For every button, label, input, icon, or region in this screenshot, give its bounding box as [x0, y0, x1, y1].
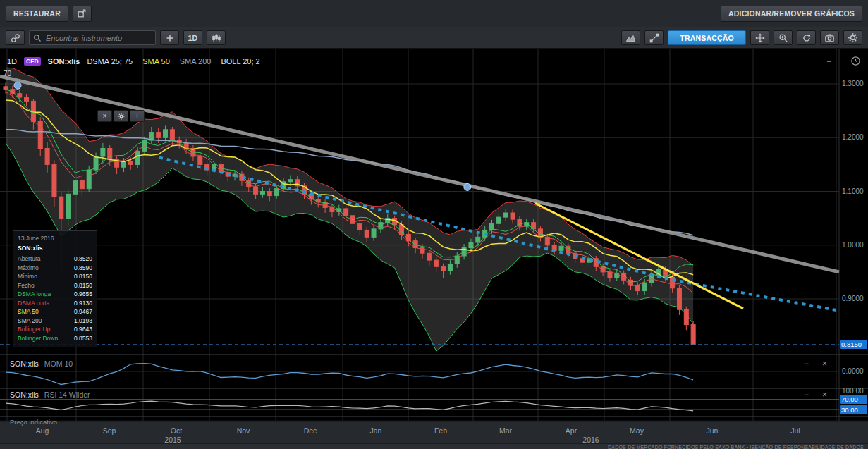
add-remove-charts-button[interactable]: ADICIONAR/REMOVER GRÁFICOS	[721, 6, 862, 22]
indicative-price-label: Preço indicativo	[10, 418, 57, 426]
main-pane-collapse-button[interactable]: −	[826, 57, 831, 66]
month-label: Jul	[783, 426, 808, 435]
month-label: Oct	[164, 426, 189, 435]
tooltip-row-value: 0.8150	[74, 272, 92, 281]
interval-button[interactable]: 1D	[183, 30, 202, 45]
crosshair-button[interactable]	[750, 30, 769, 45]
rsi-axis-30-badge: 30.00	[840, 405, 867, 414]
mom-axis-value: 0.0000	[842, 367, 867, 375]
reset-zoom-button[interactable]	[797, 30, 816, 45]
tooltip-row-value: 0.9655	[74, 290, 92, 299]
legend-series-item[interactable]: BOLL 20; 2	[221, 57, 259, 66]
rsi-close-button[interactable]: ×	[822, 390, 827, 399]
legend-series-item[interactable]: SMA 200	[180, 57, 212, 66]
plus-icon	[166, 34, 174, 42]
add-instrument-button[interactable]	[160, 30, 179, 45]
tooltip-row-value: 0.9643	[74, 325, 92, 334]
rsi-axis-100: 100.00	[842, 387, 867, 395]
tooltip-row-label: Bollinger Down	[18, 334, 58, 343]
legend-series-item[interactable]: SMA 50	[142, 57, 170, 66]
tooltip-row: DSMA curta0.9130	[18, 299, 92, 308]
price-tick: 1.3000	[842, 80, 867, 87]
camera-icon	[824, 33, 835, 43]
axis-corner-label: 70	[4, 70, 11, 78]
trendline-tool-button[interactable]	[644, 30, 664, 45]
link-button[interactable]	[6, 30, 25, 45]
status-bar: DADOS DE MERCADO FORNECIDOS PELO SAXO BA…	[0, 443, 868, 449]
area-chart-tool-button[interactable]	[621, 30, 640, 45]
data-provider-disclaimer[interactable]: DADOS DE MERCADO FORNECIDOS PELO SAXO BA…	[608, 445, 864, 449]
session-clock-icon[interactable]	[850, 56, 861, 69]
zoom-button[interactable]	[774, 30, 793, 45]
tooltip-row-value: 0.8150	[74, 281, 92, 290]
month-label: Apr	[558, 426, 584, 435]
gear-icon	[848, 32, 858, 43]
price-tick: 1.0000	[842, 241, 867, 249]
price-chart[interactable]	[0, 49, 868, 443]
link-icon	[11, 33, 20, 43]
month-label: Mar	[493, 426, 518, 435]
tooltip-row-value: 0.8590	[74, 264, 92, 273]
chart-style-button[interactable]	[207, 30, 226, 45]
tooltip-row-label: DSMA longa	[18, 290, 51, 299]
tooltip-row: DSMA longa0.9655	[18, 290, 92, 299]
chart-toolbar: 1D TRANSACÇÃO	[0, 27, 868, 49]
month-label: Feb	[428, 426, 453, 435]
tooltip-row-value: 0.9130	[74, 299, 92, 308]
tooltip-row-value: 1.0193	[74, 316, 92, 326]
cfd-badge: CFD	[24, 57, 40, 66]
tooltip-row: Mínimo0.8150	[18, 272, 92, 281]
indicator-settings-button[interactable]	[114, 110, 128, 122]
instrument-search[interactable]	[29, 30, 156, 45]
tooltip-row-label: Mínimo	[18, 272, 37, 281]
tooltip-row: SMA 500.9467	[18, 307, 92, 316]
tooltip-row-label: Fecho	[18, 281, 35, 290]
legend-series: DSMA 25; 75SMA 50SMA 200BOLL 20; 2	[87, 57, 259, 66]
rsi-pane-header: SON:xlis RSI 14 Wilder	[10, 390, 90, 399]
tooltip-rows: Abertura0.8520Máximo0.8590Mínimo0.8150Fe…	[18, 254, 92, 343]
legend-symbol[interactable]: SON:xlis	[48, 57, 80, 66]
tooltip-row-label: DSMA curta	[18, 299, 49, 308]
legend-series-item[interactable]: DSMA 25; 75	[87, 57, 133, 66]
month-label: May	[624, 426, 649, 435]
year-label: 2016	[575, 436, 606, 444]
trade-button[interactable]: TRANSACÇÃO	[668, 30, 746, 45]
year-label: 2015	[157, 436, 188, 444]
tooltip-row-label: SMA 200	[18, 316, 42, 326]
tooltip-row-label: Bollinger Up	[18, 325, 50, 334]
chart-legend: 1D CFD SON:xlis DSMA 25; 75SMA 50SMA 200…	[7, 57, 260, 66]
mom-close-button[interactable]: ×	[822, 359, 827, 368]
top-bar: RESTAURAR ADICIONAR/REMOVER GRÁFICOS	[0, 0, 868, 27]
indicator-mini-toolbar: × +	[97, 110, 145, 122]
tooltip-row: Bollinger Down0.8553	[18, 334, 92, 343]
popout-icon	[77, 8, 87, 18]
rsi-indicator-label[interactable]: RSI 14 Wilder	[44, 390, 90, 399]
restore-button[interactable]: RESTAURAR	[6, 6, 68, 22]
tooltip-row: SMA 2001.0193	[18, 316, 92, 326]
tooltip-row: Máximo0.8590	[18, 264, 92, 273]
refresh-icon	[802, 33, 812, 43]
tooltip-row-label: Máximo	[18, 264, 39, 273]
tooltip-row-label: SMA 50	[18, 307, 39, 316]
screenshot-button[interactable]	[820, 30, 839, 45]
indicator-add-button[interactable]: +	[130, 110, 145, 122]
search-icon	[33, 34, 42, 42]
price-tick: 0.9000	[842, 295, 867, 302]
indicator-close-button[interactable]: ×	[97, 110, 112, 122]
settings-button[interactable]	[843, 30, 862, 45]
legend-interval: 1D	[7, 57, 17, 66]
rsi-collapse-button[interactable]: −	[804, 390, 809, 399]
month-label: Sep	[97, 426, 122, 435]
tooltip-row-value: 0.9467	[74, 307, 92, 316]
tooltip-row-label: Abertura	[18, 254, 41, 264]
popout-button[interactable]	[73, 6, 92, 22]
area-chart-icon	[625, 33, 636, 43]
tooltip-row-value: 0.8520	[74, 254, 92, 264]
mom-collapse-button[interactable]: −	[804, 359, 809, 368]
mom-indicator-label[interactable]: MOM 10	[44, 359, 73, 368]
tooltip-date: 13 June 2016	[18, 235, 92, 242]
tooltip-row: Bollinger Up0.9643	[18, 325, 92, 334]
tooltip-row-value: 0.8553	[74, 334, 92, 343]
search-input[interactable]	[44, 33, 152, 43]
price-tick: 1.1000	[842, 187, 867, 195]
